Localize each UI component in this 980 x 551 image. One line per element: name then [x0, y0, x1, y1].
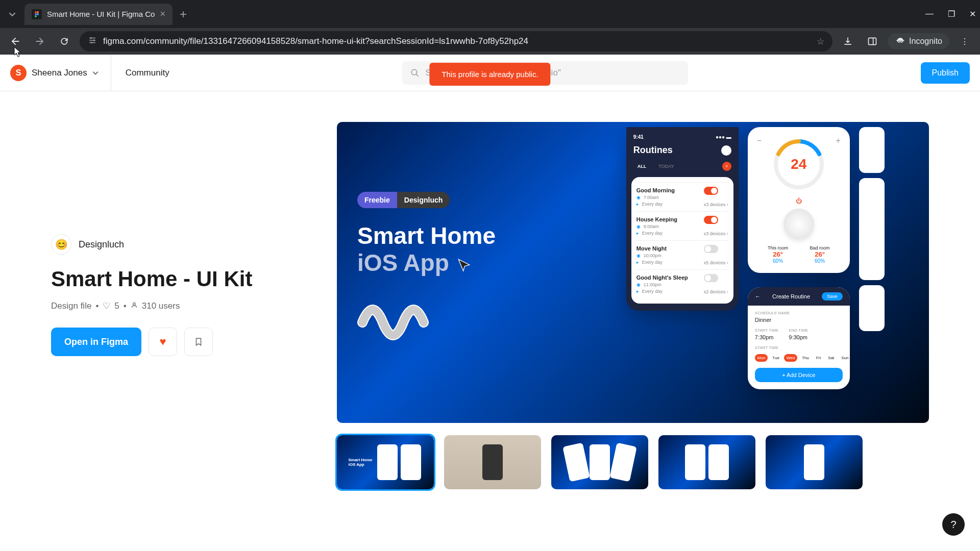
- svg-line-11: [416, 74, 419, 77]
- back-arrow-icon: ←: [755, 293, 761, 299]
- forward-button[interactable]: [31, 32, 49, 51]
- like-count: 5: [114, 301, 119, 311]
- chevron-down-icon: [92, 70, 99, 76]
- search-icon: [410, 68, 420, 78]
- preview-column: Freebie Designluch Smart Home iOS App: [337, 122, 929, 489]
- svg-point-3: [37, 13, 39, 15]
- minus-icon: −: [757, 136, 762, 197]
- author-row[interactable]: 😊 Designluch: [51, 234, 296, 255]
- save-bookmark-button[interactable]: [184, 328, 213, 356]
- chrome-menu-icon[interactable]: ⋮: [955, 32, 974, 51]
- thumbnail-5[interactable]: [766, 435, 863, 489]
- routine-item: Move Night◉10:00pm▸Every day x5 devices …: [636, 240, 728, 269]
- thumbnail-1[interactable]: Smart HomeiOS App: [337, 435, 434, 489]
- thumbnail-4[interactable]: [658, 435, 755, 489]
- user-menu[interactable]: S Sheena Jones: [10, 55, 111, 91]
- create-routine-mockup: ← Create Routine Save SCHEDULE NAME Dinn…: [748, 287, 850, 389]
- routine-item: House Keeping◉9:00am▸Every day x3 device…: [636, 211, 728, 240]
- action-row: Open in Figma ♥: [51, 328, 296, 356]
- cursor-icon: [456, 257, 472, 273]
- url-bar[interactable]: figma.com/community/file/133164726609415…: [80, 31, 832, 52]
- incognito-badge[interactable]: Incognito: [888, 33, 949, 49]
- tab-search-dropdown[interactable]: [4, 6, 20, 22]
- community-link[interactable]: Community: [126, 68, 169, 78]
- svg-point-12: [133, 303, 135, 305]
- figma-favicon-icon: [32, 9, 42, 19]
- hero-preview[interactable]: Freebie Designluch Smart Home iOS App: [337, 122, 929, 423]
- thumbnail-strip: Smart HomeiOS App: [337, 435, 929, 489]
- page-content: S Sheena Jones Community Publish This pr…: [0, 55, 980, 551]
- power-icon: ⏻: [757, 197, 841, 205]
- close-window-button[interactable]: ✕: [969, 9, 976, 19]
- dial-graphic: [783, 209, 814, 239]
- toggle-icon: [704, 216, 718, 224]
- svg-point-6: [93, 39, 95, 41]
- hero-badges: Freebie Designluch: [357, 192, 601, 208]
- routines-phone-mockup: 9:41●●● ▬ Routines ALL TODAY +: [626, 127, 739, 311]
- toggle-icon: [704, 187, 718, 195]
- hero-text: Freebie Designluch Smart Home iOS App: [337, 122, 621, 423]
- squiggle-graphic-icon: [357, 292, 429, 353]
- users-icon: [131, 301, 138, 311]
- hero-mockups: 9:41●●● ▬ Routines ALL TODAY +: [621, 122, 929, 423]
- close-tab-icon[interactable]: ×: [160, 9, 165, 19]
- minimize-button[interactable]: —: [925, 9, 934, 19]
- svg-point-10: [411, 69, 417, 75]
- thumbnail-3[interactable]: [551, 435, 648, 489]
- help-button[interactable]: ?: [942, 513, 965, 536]
- svg-point-0: [35, 11, 37, 13]
- resource-info: 😊 Designluch Smart Home - UI Kit Design …: [51, 122, 296, 489]
- user-avatar: S: [10, 65, 27, 81]
- url-text: figma.com/community/file/133164726609415…: [103, 36, 811, 46]
- author-badge: Designluch: [397, 192, 450, 208]
- profile-icon: [721, 145, 731, 156]
- svg-rect-8: [869, 38, 876, 44]
- svg-point-4: [35, 15, 37, 17]
- reload-button[interactable]: [55, 32, 74, 51]
- open-in-figma-button[interactable]: Open in Figma: [51, 328, 141, 356]
- resource-title: Smart Home - UI Kit: [51, 267, 296, 291]
- freebie-badge: Freebie: [357, 192, 397, 208]
- tab-title: Smart Home - UI Kit | Figma Co: [47, 10, 155, 18]
- routine-item: Good Night's Sleep◉11:00pm▸Every day x2 …: [636, 269, 728, 298]
- heart-icon: ♡: [103, 300, 110, 311]
- new-tab-button[interactable]: +: [180, 7, 187, 21]
- thumbnail-2[interactable]: [444, 435, 541, 489]
- browser-tab-strip: Smart Home - UI Kit | Figma Co × + — ❐ ✕: [0, 0, 980, 28]
- window-controls: — ❐ ✕: [925, 9, 976, 19]
- incognito-label: Incognito: [909, 37, 942, 46]
- bookmark-star-icon[interactable]: ☆: [817, 36, 824, 47]
- user-name: Sheena Jones: [32, 68, 87, 78]
- back-button[interactable]: [6, 32, 24, 51]
- partial-mockups: [859, 127, 885, 418]
- hero-title: Smart Home iOS App: [357, 222, 601, 277]
- resource-meta: Design file • ♡ 5 • 310 users: [51, 300, 296, 311]
- like-button[interactable]: ♥: [149, 328, 177, 356]
- routine-item: Good Morning◉7:00am▸Every day x3 devices…: [636, 182, 728, 211]
- svg-point-7: [91, 42, 92, 43]
- user-count: 310 users: [142, 301, 180, 311]
- svg-point-5: [90, 37, 92, 39]
- address-bar: figma.com/community/file/133164726609415…: [0, 28, 980, 55]
- add-routine-icon: +: [722, 162, 731, 171]
- plus-icon: +: [836, 136, 840, 197]
- downloads-icon[interactable]: [839, 32, 857, 51]
- author-name: Designluch: [79, 239, 124, 250]
- svg-point-1: [37, 11, 39, 13]
- maximize-button[interactable]: ❐: [948, 9, 955, 19]
- main-content: 😊 Designluch Smart Home - UI Kit Design …: [0, 91, 980, 510]
- browser-tab[interactable]: Smart Home - UI Kit | Figma Co ×: [24, 4, 173, 25]
- toggle-icon: [704, 245, 718, 253]
- author-avatar-icon: 😊: [51, 234, 71, 255]
- site-settings-icon[interactable]: [88, 36, 97, 47]
- toggle-icon: [704, 274, 718, 282]
- resource-type: Design file: [51, 301, 91, 311]
- publish-button[interactable]: Publish: [921, 62, 970, 84]
- svg-point-2: [35, 13, 37, 15]
- toast-notification: This profile is already public.: [429, 63, 550, 86]
- side-panel-icon[interactable]: [863, 32, 881, 51]
- thermostat-mockup: − 24 + ⏻ This room26°60%: [748, 127, 850, 273]
